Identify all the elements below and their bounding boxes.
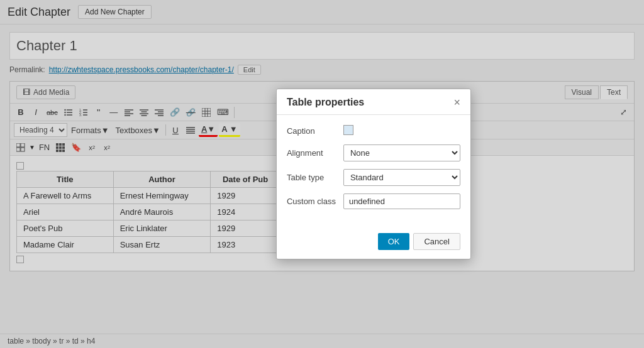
modal-footer: OK Cancel: [277, 227, 470, 259]
custom-class-input[interactable]: [343, 193, 460, 209]
alignment-label: Alignment: [287, 148, 343, 158]
caption-control: [343, 125, 460, 137]
modal-close-button[interactable]: ×: [453, 97, 460, 108]
table-type-label: Table type: [287, 173, 343, 182]
table-type-control: Standard Full-width: [343, 169, 460, 186]
table-properties-modal: Table properties × Caption Alignment Non…: [276, 89, 471, 259]
custom-class-control: [343, 193, 460, 209]
modal-header: Table properties ×: [277, 89, 470, 115]
modal-body: Caption Alignment None Left Center Right: [277, 115, 470, 227]
caption-row: Caption: [287, 125, 460, 137]
alignment-select[interactable]: None Left Center Right: [343, 144, 460, 161]
alignment-control: None Left Center Right: [343, 144, 460, 161]
custom-class-row: Custom class: [287, 193, 460, 209]
modal-overlay[interactable]: Table properties × Caption Alignment Non…: [0, 0, 644, 348]
table-type-select[interactable]: Standard Full-width: [343, 169, 460, 186]
caption-label: Caption: [287, 126, 343, 136]
caption-checkbox[interactable]: [343, 125, 353, 135]
table-type-row: Table type Standard Full-width: [287, 169, 460, 186]
cancel-button[interactable]: Cancel: [413, 233, 460, 250]
modal-title: Table properties: [287, 97, 364, 108]
custom-class-label: Custom class: [287, 197, 343, 206]
ok-button[interactable]: OK: [378, 233, 410, 250]
alignment-row: Alignment None Left Center Right: [287, 144, 460, 161]
